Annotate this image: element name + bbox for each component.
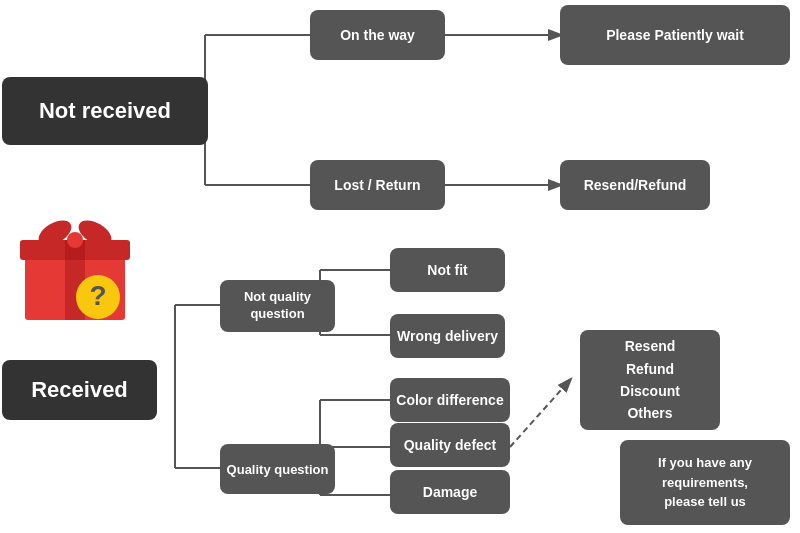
quality-question-node: Quality question [220,444,335,494]
resend-refund-top-node: Resend/Refund [560,160,710,210]
not-fit-node: Not fit [390,248,505,292]
svg-text:?: ? [89,280,106,311]
received-node: Received [2,360,157,420]
gift-icon: ? [10,195,140,325]
not-received-node: Not received [2,77,208,145]
if-you-have-node: If you have any requirements, please tel… [620,440,790,525]
on-the-way-node: On the way [310,10,445,60]
svg-line-24 [510,380,570,447]
svg-point-32 [67,232,83,248]
damage-node: Damage [390,470,510,514]
lost-return-node: Lost / Return [310,160,445,210]
not-quality-node: Not quality question [220,280,335,332]
color-difference-node: Color difference [390,378,510,422]
wrong-delivery-node: Wrong delivery [390,314,505,358]
flowchart: Not received On the way Please Patiently… [0,0,800,533]
resend-refund-box-node: Resend Refund Discount Others [580,330,720,430]
please-wait-node: Please Patiently wait [560,5,790,65]
quality-defect-node: Quality defect [390,423,510,467]
